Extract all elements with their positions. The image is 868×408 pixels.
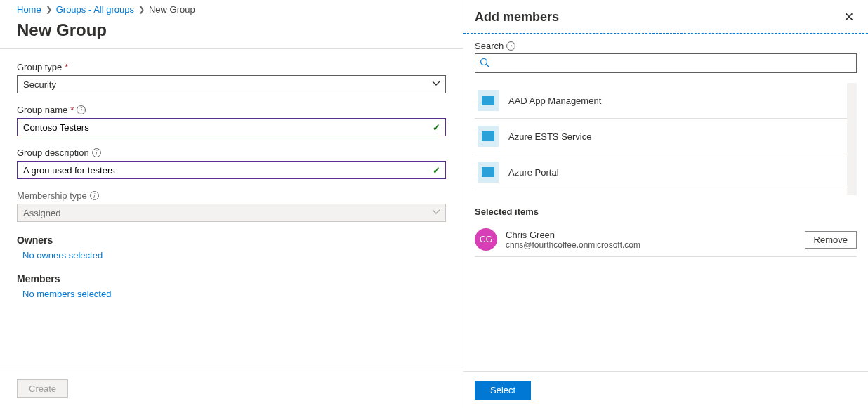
result-item[interactable]: Azure ESTS Service xyxy=(475,119,847,154)
select-button[interactable]: Select xyxy=(475,381,531,400)
result-item[interactable]: AAD App Management xyxy=(475,83,847,119)
app-icon xyxy=(478,90,499,111)
result-name: Azure ESTS Service xyxy=(508,131,592,142)
search-input[interactable] xyxy=(475,53,857,73)
create-button: Create xyxy=(17,379,68,398)
search-results-list[interactable]: ▲ ▼ AAD App Management Azure ESTS Servic… xyxy=(475,83,857,195)
scroll-down-icon[interactable]: ▼ xyxy=(847,187,857,195)
result-name: AAD App Management xyxy=(508,96,601,106)
result-name: Azure Portal xyxy=(508,167,559,178)
required-marker: * xyxy=(70,105,74,115)
close-icon[interactable]: ✕ xyxy=(841,7,857,27)
add-members-panel: Add members ✕ Search i ▲ ▼ xyxy=(463,0,868,408)
chevron-right-icon: ❯ xyxy=(46,5,52,14)
scrollbar-thumb[interactable] xyxy=(847,83,857,110)
breadcrumb-home[interactable]: Home xyxy=(17,4,41,15)
selected-email: chris@fourthcoffee.onmicrosoft.com xyxy=(506,240,796,250)
group-type-select[interactable]: Security xyxy=(17,75,446,93)
app-icon xyxy=(478,162,499,183)
breadcrumb-current: New Group xyxy=(149,4,195,15)
result-item[interactable]: Azure Portal xyxy=(475,154,847,190)
membership-type-value: Assigned xyxy=(23,208,60,218)
group-name-label: Group name xyxy=(17,105,67,115)
group-name-input[interactable] xyxy=(17,118,446,136)
info-icon[interactable]: i xyxy=(92,148,101,157)
group-description-label: Group description xyxy=(17,147,89,158)
info-icon[interactable]: i xyxy=(506,41,515,51)
membership-type-label: Membership type xyxy=(17,190,87,201)
remove-button[interactable]: Remove xyxy=(805,231,857,249)
chevron-right-icon: ❯ xyxy=(138,5,145,14)
page-title: New Group xyxy=(0,18,463,48)
breadcrumb-groups[interactable]: Groups - All groups xyxy=(56,4,134,15)
scroll-up-icon[interactable]: ▲ xyxy=(847,83,857,91)
avatar: CG xyxy=(475,228,497,251)
no-members-link[interactable]: No members selected xyxy=(17,289,446,299)
no-owners-link[interactable]: No owners selected xyxy=(17,250,446,261)
breadcrumb: Home ❯ Groups - All groups ❯ New Group xyxy=(0,0,463,18)
search-label: Search xyxy=(475,41,504,51)
selected-item-row: CG Chris Green chris@fourthcoffee.onmicr… xyxy=(475,223,857,257)
blade-title: Add members xyxy=(475,10,559,25)
selected-name: Chris Green xyxy=(506,230,796,240)
required-marker: * xyxy=(65,62,68,72)
app-icon xyxy=(478,126,499,147)
selected-items-heading: Selected items xyxy=(475,206,857,217)
group-description-input[interactable] xyxy=(17,161,446,179)
new-group-form: Group type * Security Group name * i xyxy=(0,49,463,369)
group-type-value: Security xyxy=(23,79,56,90)
group-type-label: Group type xyxy=(17,62,62,72)
info-icon[interactable]: i xyxy=(77,105,86,114)
info-icon[interactable]: i xyxy=(90,191,99,200)
owners-heading: Owners xyxy=(17,235,446,246)
membership-type-select: Assigned xyxy=(17,204,446,222)
members-heading: Members xyxy=(17,273,446,284)
